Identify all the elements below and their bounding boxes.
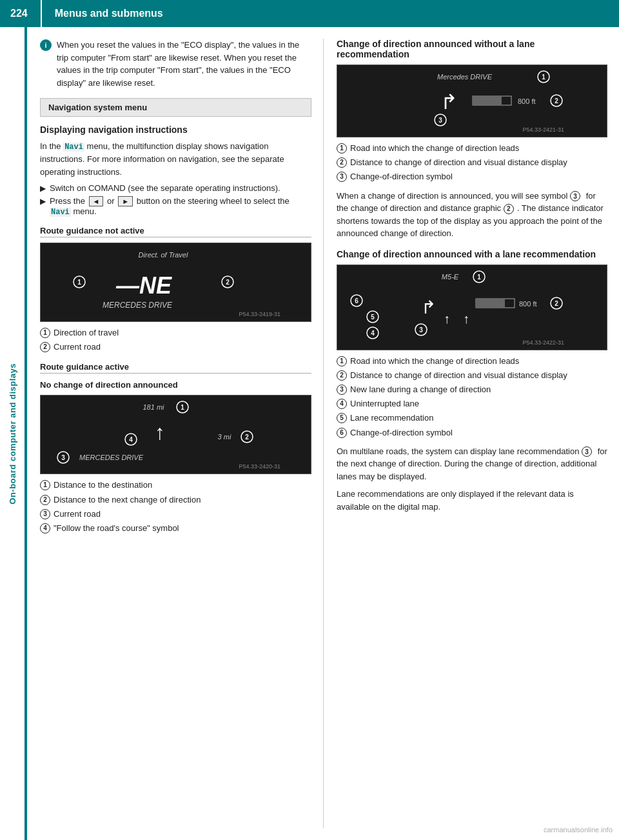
- svg-text:1: 1: [77, 279, 81, 286]
- d4-text-4: Uninterrupted lane: [350, 398, 419, 410]
- diagram-with-lane: M5-E 1 6 5 4 ↱ ↑ ↑: [337, 265, 607, 350]
- btn-left[interactable]: ◄: [89, 196, 104, 206]
- body-text-1: In the Navi menu, the multifunction disp…: [40, 140, 311, 178]
- d2-text-2: Distance to the next change of direction: [54, 494, 201, 506]
- diagram2-item-3: 3 Current road: [40, 508, 311, 520]
- change-lane-heading: Change of direction announced with a lan…: [337, 249, 607, 259]
- svg-text:2: 2: [555, 97, 558, 105]
- svg-text:1: 1: [542, 74, 545, 81]
- left-column: i When you reset the values in the "ECO …: [27, 39, 324, 828]
- svg-text:3: 3: [419, 326, 423, 334]
- info-icon: i: [40, 39, 52, 51]
- diagram3-items: 1 Road into which the change of directio…: [337, 143, 607, 183]
- d2-text-1: Distance to the destination: [54, 479, 152, 491]
- svg-text:↱: ↱: [421, 297, 436, 317]
- bullet-arrow-2: ▶: [40, 197, 46, 206]
- d3-num-2: 2: [337, 157, 347, 168]
- info-box: i When you reset the values in the "ECO …: [40, 39, 311, 89]
- diagram4-item-4: 4 Uninterrupted lane: [337, 398, 607, 410]
- info-text: When you reset the values in the "ECO di…: [57, 39, 311, 89]
- watermark: carmanualsonline.info: [544, 826, 613, 834]
- svg-text:5: 5: [371, 314, 375, 321]
- svg-text:—NE: —NE: [115, 272, 172, 299]
- diagram4-item-2: 2 Distance to change of direction and vi…: [337, 370, 607, 381]
- svg-text:3: 3: [61, 454, 65, 461]
- d3-text-3: Change-of-direction symbol: [350, 171, 453, 183]
- route-active-heading: Route guidance active: [40, 362, 311, 374]
- svg-text:↑: ↑: [444, 312, 450, 326]
- svg-text:3 mi: 3 mi: [218, 433, 231, 441]
- svg-text:1: 1: [181, 404, 184, 411]
- inline-num-3b: 3: [582, 446, 592, 457]
- item-num-1: 1: [40, 328, 50, 338]
- svg-text:P54.33-2419-31: P54.33-2419-31: [239, 311, 280, 317]
- diagram1-item-2: 2 Current road: [40, 341, 311, 353]
- inline-num-2a: 2: [504, 204, 514, 214]
- d3-text-2: Distance to change of direction and visu…: [350, 157, 567, 168]
- diagram2-item-2: 2 Distance to the next change of directi…: [40, 494, 311, 506]
- svg-text:MERCEDES DRIVE: MERCEDES DRIVE: [103, 301, 173, 310]
- svg-text:2: 2: [226, 279, 230, 286]
- svg-text:6: 6: [355, 297, 359, 305]
- navi-keyword-1: Navi: [63, 143, 84, 152]
- svg-text:M5-E: M5-E: [442, 273, 459, 281]
- no-change-heading: No change of direction announced: [40, 380, 311, 390]
- d4-num-2: 2: [337, 370, 347, 381]
- change-no-lane-heading: Change of direction announced without a …: [337, 39, 607, 59]
- svg-text:800 ft: 800 ft: [519, 300, 537, 308]
- svg-text:181 mi: 181 mi: [142, 403, 164, 411]
- d4-text-5: Lane recommendation: [350, 412, 433, 424]
- svg-text:↑: ↑: [155, 421, 165, 444]
- d4-num-6: 6: [337, 428, 347, 438]
- svg-text:2: 2: [245, 434, 249, 441]
- content-area: i When you reset the values in the "ECO …: [27, 27, 619, 840]
- d4-text-6: Change-of-direction symbol: [350, 427, 453, 439]
- diagram-route-active: 181 mi 1 ↑ 3 mi 2 4 MERCEDES DRIVE: [40, 395, 311, 474]
- btn-right[interactable]: ►: [118, 196, 133, 206]
- page-title: Menus and submenus: [55, 8, 163, 19]
- d2-num-2: 2: [40, 495, 50, 505]
- navi-keyword-2: Navi: [50, 208, 71, 217]
- sidebar-label: On-board computer and displays: [8, 363, 17, 505]
- svg-text:P54.33-2420-31: P54.33-2420-31: [239, 463, 280, 470]
- d2-num-1: 1: [40, 480, 50, 490]
- diagram4-item-6: 6 Change-of-direction symbol: [337, 427, 607, 439]
- diagram2-item-4: 4 "Follow the road's course" symbol: [40, 523, 311, 534]
- display-nav-heading: Displaying navigation instructions: [40, 125, 311, 135]
- diagram4-items: 1 Road into which the change of directio…: [337, 355, 607, 439]
- svg-text:↱: ↱: [440, 90, 458, 114]
- announce-text: When a change of direction is announced,…: [337, 190, 607, 240]
- item-text-2: Current road: [54, 341, 101, 353]
- diagram3-item-1: 1 Road into which the change of directio…: [337, 143, 607, 154]
- d3-num-3: 3: [337, 172, 347, 182]
- bullet-item-2: ▶ Press the ◄ or ► button on the steerin…: [40, 196, 311, 217]
- bullet-item-1: ▶ Switch on COMAND (see the separate ope…: [40, 183, 311, 193]
- svg-rect-28: [473, 96, 502, 105]
- svg-text:MERCEDES DRIVE: MERCEDES DRIVE: [79, 454, 144, 461]
- d2-num-4: 4: [40, 523, 50, 534]
- d4-num-3: 3: [337, 385, 347, 395]
- sidebar: On-board computer and displays: [0, 27, 27, 840]
- svg-text:4: 4: [371, 330, 375, 337]
- multilane-text: On multilane roads, the system can displ…: [337, 445, 607, 483]
- nav-menu-box: Navigation system menu: [40, 98, 311, 117]
- diagram1-svg: Direct. of Travel 1 —NE 2 MERCEDES DRIVE…: [41, 243, 286, 319]
- diagram2-svg: 181 mi 1 ↑ 3 mi 2 4 MERCEDES DRIVE: [41, 395, 286, 472]
- diagram3-svg: Mercedes DRIVE 1 ↱ 800 ft 2 3: [337, 65, 569, 135]
- diagram2-item-1: 1 Distance to the destination: [40, 479, 311, 491]
- d2-text-3: Current road: [54, 508, 101, 520]
- svg-text:↑: ↑: [463, 312, 469, 326]
- page-header: 224 Menus and submenus: [0, 0, 619, 27]
- d3-num-1: 1: [337, 143, 347, 154]
- diagram4-item-5: 5 Lane recommendation: [337, 412, 607, 424]
- diagram4-item-3: 3 New lane during a change of direction: [337, 384, 607, 395]
- d4-num-4: 4: [337, 399, 347, 409]
- d4-text-3: New lane during a change of direction: [350, 384, 491, 395]
- inline-num-3a: 3: [570, 191, 580, 201]
- svg-text:4: 4: [129, 436, 133, 443]
- page-number: 224: [10, 0, 42, 27]
- svg-rect-49: [476, 299, 505, 308]
- d4-num-1: 1: [337, 356, 347, 366]
- diagram3-item-2: 2 Distance to change of direction and vi…: [337, 157, 607, 168]
- diagram-no-lane: Mercedes DRIVE 1 ↱ 800 ft 2 3: [337, 65, 607, 137]
